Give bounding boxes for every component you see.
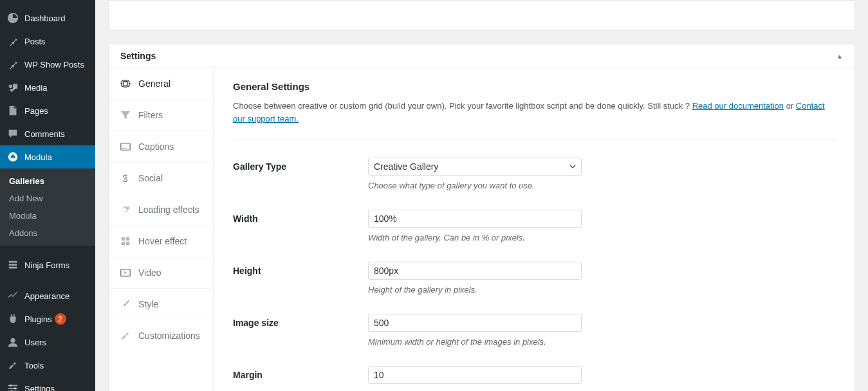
sidebar-item-label: Appearance [24, 291, 69, 301]
appearance-icon [6, 289, 19, 302]
width-label: Width [233, 210, 368, 242]
sidebar-item-comments[interactable]: Comments [0, 122, 95, 145]
pin-icon [6, 58, 19, 71]
tab-label: Loading effects [138, 205, 199, 215]
grid-icon [119, 235, 132, 248]
sidebar-item-label: Plugins [24, 314, 52, 324]
svg-rect-10 [122, 148, 127, 149]
sidebar-item-settings[interactable]: Settings [0, 377, 95, 391]
settings-tabs: General Filters Captions Social [109, 68, 214, 391]
sidebar-item-media[interactable]: Media [0, 76, 95, 99]
svg-point-5 [10, 385, 12, 387]
sidebar-item-pages[interactable]: Pages [0, 99, 95, 122]
sidebar-item-label: Media [24, 83, 47, 93]
height-hint: Height of the gallery in pixels. [368, 285, 677, 295]
sidebar-submenu: Galleries Add New Modula Addons [0, 168, 95, 246]
sidebar-subitem-addons[interactable]: Addons [0, 224, 95, 242]
form-area: General Settings Choose between creative… [214, 68, 854, 391]
funnel-icon [119, 109, 132, 122]
sidebar-item-label: Pages [24, 106, 48, 116]
svg-rect-12 [126, 237, 129, 241]
svg-rect-13 [122, 242, 125, 245]
user-icon [6, 336, 19, 349]
tab-hover-effect[interactable]: Hover effect [109, 226, 213, 257]
sidebar-item-modula[interactable]: Modula [0, 145, 95, 168]
tab-label: Video [138, 268, 162, 278]
margin-label: Margin [233, 366, 368, 391]
gallery-type-select[interactable]: Creative Gallery [368, 158, 582, 176]
page-icon [6, 104, 19, 117]
sidebar-subitem-galleries[interactable]: Galleries [0, 172, 95, 190]
sidebar-item-label: WP Show Posts [24, 60, 84, 69]
sidebar-item-label: Settings [24, 384, 55, 392]
settings-icon [6, 382, 19, 391]
width-input[interactable] [368, 210, 582, 228]
sidebar-item-label: Comments [24, 129, 65, 139]
image-size-label: Image size [233, 314, 368, 347]
sidebar-item-posts[interactable]: Posts [0, 30, 95, 53]
margin-input[interactable] [368, 366, 582, 384]
form-icon [6, 259, 19, 271]
tab-loading-effects[interactable]: Loading effects [109, 194, 213, 226]
panel-body: General Filters Captions Social [109, 68, 854, 391]
sidebar-item-appearance[interactable]: Appearance [0, 284, 95, 307]
tab-general[interactable]: General [109, 68, 213, 100]
image-size-input[interactable] [368, 314, 582, 332]
sidebar-item-dashboard[interactable]: Dashboard [0, 6, 95, 30]
svg-rect-11 [122, 237, 125, 241]
row-height: Height Height of the gallery in pixels. [233, 262, 835, 295]
dashboard-icon [6, 12, 19, 24]
tab-label: Customizations [138, 331, 200, 341]
form-description: Choose between creative or custom grid (… [233, 100, 835, 125]
row-width: Width Width of the gallery. Can be in % … [233, 210, 835, 242]
sidebar-item-users[interactable]: Users [0, 331, 95, 354]
modula-icon [6, 150, 19, 163]
tab-label: General [138, 78, 171, 89]
tab-label: Captions [138, 141, 174, 152]
comment-icon [6, 127, 19, 140]
gear-icon [119, 77, 132, 90]
row-margin: Margin Margin between images in pixels. [233, 366, 835, 391]
tab-filters[interactable]: Filters [109, 100, 213, 131]
panel-header[interactable]: Settings ▲ [109, 44, 854, 68]
tab-customizations[interactable]: Customizations [109, 320, 213, 351]
row-gallery-type: Gallery Type Creative Gallery Choose wha… [233, 158, 835, 190]
height-input[interactable] [368, 262, 582, 280]
read-docs-link[interactable]: Read our documentation [692, 101, 784, 111]
tab-label: Hover effect [138, 236, 187, 246]
sidebar-item-label: Posts [24, 37, 46, 46]
row-image-size: Image size Minimum width or height of th… [233, 314, 835, 347]
admin-sidebar: Dashboard Posts WP Show Posts Media Page… [0, 0, 95, 391]
sidebar-item-label: Modula [24, 152, 52, 162]
svg-rect-9 [121, 143, 130, 150]
sidebar-item-tools[interactable]: Tools [0, 354, 95, 377]
tab-label: Social [138, 173, 163, 183]
svg-rect-14 [126, 242, 129, 245]
panel-title: Settings [120, 51, 156, 61]
tab-captions[interactable]: Captions [109, 131, 213, 163]
wrench-icon [119, 329, 132, 342]
tab-social[interactable]: Social [109, 163, 213, 194]
sidebar-item-plugins[interactable]: Plugins 2 [0, 307, 95, 331]
sidebar-item-label: Tools [24, 361, 44, 370]
section-divider [233, 139, 835, 140]
tab-style[interactable]: Style [109, 289, 213, 320]
tab-label: Style [138, 299, 158, 309]
width-hint: Width of the gallery. Can be in % or pix… [368, 233, 677, 242]
gallery-type-label: Gallery Type [233, 158, 368, 190]
sidebar-item-wp-show-posts[interactable]: WP Show Posts [0, 53, 95, 76]
sidebar-subitem-modula[interactable]: Modula [0, 207, 95, 224]
tools-icon [6, 359, 19, 372]
settings-panel: Settings ▲ General Filters Captions [108, 44, 855, 391]
tab-video[interactable]: Video [109, 257, 213, 289]
svg-point-0 [9, 85, 12, 88]
refresh-icon [119, 203, 132, 216]
panel-toggle-icon[interactable]: ▲ [836, 53, 843, 60]
play-icon [119, 266, 132, 279]
sidebar-item-ninja-forms[interactable]: Ninja Forms [0, 253, 95, 277]
main-content: Settings ▲ General Filters Captions [95, 0, 868, 391]
svg-point-6 [14, 387, 17, 390]
media-icon [6, 81, 19, 94]
sidebar-subitem-add-new[interactable]: Add New [0, 190, 95, 207]
upper-panel-placeholder [108, 0, 855, 31]
